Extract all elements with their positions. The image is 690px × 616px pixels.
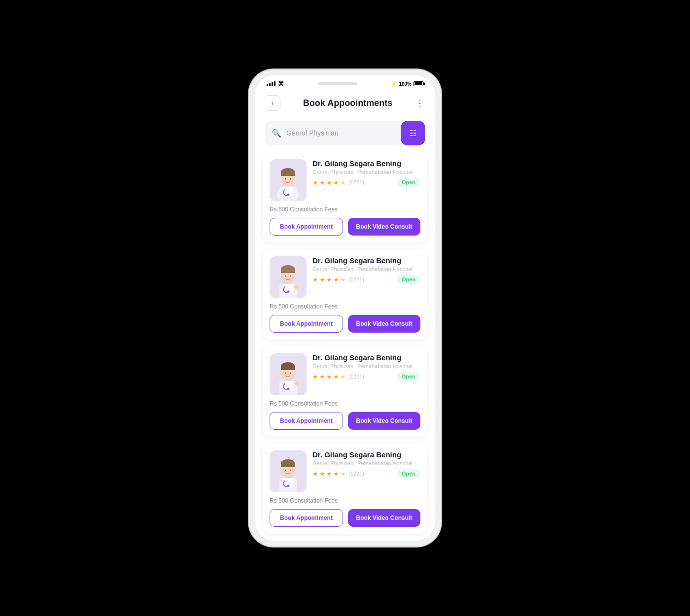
- svg-point-34: [287, 388, 290, 390]
- back-button[interactable]: ‹: [265, 95, 280, 111]
- more-options-button[interactable]: ⋮: [415, 97, 425, 109]
- star-filled-0: ★: [312, 276, 318, 283]
- star-filled-3: ★: [333, 179, 339, 186]
- rating-row-3: ★★★★★ (1221) Open: [312, 469, 420, 478]
- card-actions-1: Book Appointment Book Video Consult: [270, 315, 420, 333]
- svg-point-33: [290, 373, 291, 374]
- doctor-meta-2: Genral Physician Persahabatan Hospital: [312, 363, 420, 369]
- stars-container-0: ★★★★★ (1221): [312, 179, 364, 186]
- doctor-name-3: Dr. Gilang Segara Bening: [312, 450, 420, 459]
- back-arrow-icon: ‹: [272, 99, 274, 107]
- star-filled-3: ★: [333, 373, 339, 380]
- doctor-name-1: Dr. Gilang Segara Bening: [312, 256, 420, 265]
- book-appointment-button-3[interactable]: Book Appointment: [270, 509, 343, 527]
- battery-percent: 100%: [399, 81, 412, 87]
- star-filled-1: ★: [319, 276, 325, 283]
- svg-point-44: [285, 470, 286, 471]
- doctor-hospital-0: Persahabatan Hospital: [357, 169, 412, 175]
- svg-point-10: [290, 178, 291, 180]
- search-section: 🔍 ☷: [255, 116, 435, 152]
- doctor-card-3: Dr. Gilang Segara Bening Genral Physicia…: [263, 444, 427, 534]
- doctor-avatar-3: [270, 450, 307, 492]
- star-half: ★: [340, 276, 346, 283]
- doctor-avatar-2: [270, 353, 307, 395]
- doctor-details-1: Dr. Gilang Segara Bening Genral Physicia…: [312, 256, 420, 298]
- doctor-details-0: Dr. Gilang Segara Bening Genral Physicia…: [312, 159, 420, 201]
- doctor-specialty-0: Genral Physician: [312, 169, 353, 175]
- doctor-hospital-3: Persahabatan Hospital: [357, 460, 412, 466]
- doctor-name-0: Dr. Gilang Segara Bening: [312, 159, 420, 168]
- svg-point-20: [285, 275, 286, 277]
- status-bar: ⌘ ⚡ 100%: [255, 75, 435, 89]
- svg-point-46: [287, 485, 290, 487]
- star-half: ★: [340, 179, 346, 186]
- consultation-fee-0: Rs 500 Consultation Fees: [270, 206, 420, 213]
- wifi-icon: ⌘: [278, 80, 284, 87]
- battery-graphic: [414, 81, 423, 86]
- page-header: ‹ Book Appoointments ⋮: [255, 89, 435, 116]
- consultation-fee-3: Rs 500 Consultation Fees: [270, 497, 420, 504]
- doctor-name-2: Dr. Gilang Segara Bening: [312, 353, 420, 362]
- doctor-card-2: Dr. Gilang Segara Bening Genral Physicia…: [263, 346, 427, 437]
- book-video-consult-button-1[interactable]: Book Video Consult: [348, 315, 420, 333]
- page-title: Book Appoointments: [303, 98, 392, 108]
- doctor-meta-1: Genral Physician Persahabatan Hospital: [312, 266, 420, 272]
- rating-count-2: (1221): [348, 374, 364, 379]
- star-filled-0: ★: [312, 470, 318, 478]
- star-half: ★: [340, 470, 346, 478]
- signal-area: ⌘: [267, 80, 284, 87]
- card-actions-2: Book Appointment Book Video Consult: [270, 412, 420, 430]
- svg-point-21: [290, 275, 291, 277]
- book-appointment-button-2[interactable]: Book Appointment: [270, 412, 343, 430]
- notch-pill: [318, 82, 357, 85]
- doctor-info-row-1: Dr. Gilang Segara Bening Genral Physicia…: [270, 256, 420, 298]
- book-appointment-button-0[interactable]: Book Appointment: [270, 218, 343, 236]
- doctor-info-row-2: Dr. Gilang Segara Bening Genral Physicia…: [270, 353, 420, 395]
- rating-count-1: (1221): [348, 276, 364, 282]
- doctor-info-row-0: Dr. Gilang Segara Bening Genral Physicia…: [270, 159, 420, 201]
- battery-area: ⚡ 100%: [391, 81, 423, 87]
- book-appointment-button-1[interactable]: Book Appointment: [270, 315, 343, 333]
- open-badge-3: Open: [397, 469, 420, 478]
- svg-point-22: [287, 291, 290, 293]
- phone-screen: ⌘ ⚡ 100% ‹ Book Appoointments: [255, 75, 435, 541]
- doctor-list: Dr. Gilang Segara Bening Genral Physicia…: [255, 152, 435, 541]
- star-filled-1: ★: [319, 470, 325, 478]
- doctor-avatar-0: [270, 159, 307, 201]
- search-bar: 🔍 ☷: [265, 121, 425, 145]
- star-filled-1: ★: [319, 373, 325, 380]
- doctor-details-3: Dr. Gilang Segara Bening Genral Physicia…: [312, 450, 420, 492]
- consultation-fee-1: Rs 500 Consultation Fees: [270, 303, 420, 310]
- doctor-specialty-3: Genral Physician: [312, 460, 353, 466]
- svg-point-11: [287, 194, 290, 196]
- book-video-consult-button-3[interactable]: Book Video Consult: [348, 509, 420, 527]
- star-filled-3: ★: [333, 276, 339, 283]
- stars-container-3: ★★★★★ (1221): [312, 470, 364, 478]
- search-input[interactable]: [286, 129, 394, 137]
- consultation-fee-2: Rs 500 Consultation Fees: [270, 400, 420, 407]
- doctor-meta-3: Genral Physician Persahabatan Hospital: [312, 460, 420, 466]
- rating-row-2: ★★★★★ (1221) Open: [312, 372, 420, 381]
- phone-frame: ⌘ ⚡ 100% ‹ Book Appoointments: [249, 69, 441, 547]
- doctor-details-2: Dr. Gilang Segara Bening Genral Physicia…: [312, 353, 420, 395]
- filter-button[interactable]: ☷: [401, 121, 425, 145]
- svg-rect-29: [281, 366, 295, 370]
- card-actions-3: Book Appointment Book Video Consult: [270, 509, 420, 527]
- doctor-specialty-1: Genral Physician: [312, 266, 353, 272]
- star-filled-3: ★: [333, 470, 339, 478]
- search-icon: 🔍: [272, 129, 281, 138]
- open-badge-1: Open: [397, 275, 420, 284]
- charging-icon: ⚡: [391, 81, 397, 87]
- open-badge-2: Open: [397, 372, 420, 381]
- more-icon: ⋮: [415, 98, 425, 108]
- doctor-card-1: Dr. Gilang Segara Bening Genral Physicia…: [263, 249, 427, 340]
- rating-row-1: ★★★★★ (1221) Open: [312, 275, 420, 284]
- star-filled-2: ★: [326, 373, 332, 380]
- battery-fill: [414, 82, 422, 85]
- doctor-specialty-2: Genral Physician: [312, 363, 353, 369]
- book-video-consult-button-2[interactable]: Book Video Consult: [348, 412, 420, 430]
- svg-rect-41: [281, 463, 295, 467]
- doctor-avatar-1: [270, 256, 307, 298]
- doctor-hospital-2: Persahabatan Hospital: [357, 363, 412, 369]
- book-video-consult-button-0[interactable]: Book Video Consult: [348, 218, 420, 236]
